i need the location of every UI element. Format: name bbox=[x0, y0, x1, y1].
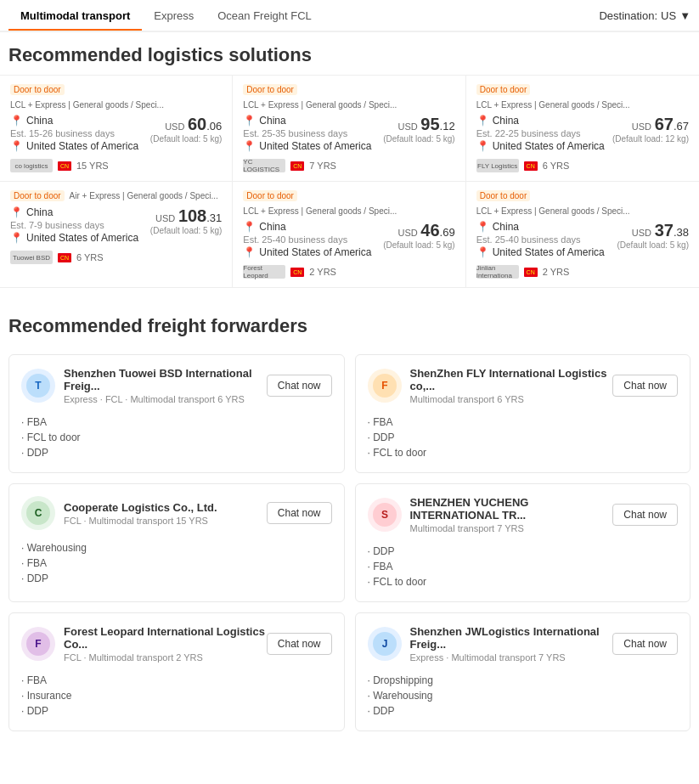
service-item: Warehousing bbox=[21, 540, 332, 556]
location-icon: 📍 bbox=[476, 115, 489, 127]
from-city: China bbox=[259, 221, 285, 233]
forwarder-meta: FCL · Multimodal transport 2 YRS bbox=[64, 652, 267, 663]
chat-now-button[interactable]: Chat now bbox=[612, 504, 678, 526]
forwarder-name: Cooperate Logistics Co., Ltd. bbox=[64, 501, 217, 514]
tab-ocean-freight[interactable]: Ocean Freight FCL bbox=[206, 3, 324, 29]
logistics-row-2: Door to door Air + Express | General goo… bbox=[0, 182, 699, 288]
price-main: 37 bbox=[655, 221, 674, 240]
price-decimal: .12 bbox=[440, 120, 455, 133]
forwarder-name: Shenzhen Tuowei BSD International Freig.… bbox=[64, 367, 267, 392]
chat-now-button[interactable]: Chat now bbox=[267, 502, 332, 524]
price-currency: USD bbox=[632, 228, 651, 238]
forwarder-logo: Forest Leopard bbox=[243, 265, 285, 279]
price-decimal: .38 bbox=[674, 226, 689, 239]
service-item: FBA bbox=[21, 673, 332, 688]
location-icon: 📍 bbox=[10, 206, 23, 218]
svg-text:F: F bbox=[35, 638, 41, 650]
years-badge: 7 YRS bbox=[309, 161, 336, 171]
years-badge: 2 YRS bbox=[309, 267, 336, 277]
forwarder-avatar: F bbox=[21, 627, 55, 661]
location-icon: 📍 bbox=[243, 246, 256, 258]
service-item: Warehousing bbox=[368, 688, 679, 703]
service-item: DDP bbox=[368, 703, 679, 719]
forwarder-avatar: J bbox=[368, 627, 402, 661]
flag-cn: CN bbox=[290, 268, 304, 277]
svg-text:S: S bbox=[381, 509, 387, 521]
default-load: (Default load: 5 kg) bbox=[617, 240, 690, 250]
chat-now-button[interactable]: Chat now bbox=[612, 375, 678, 397]
tab-multimodal[interactable]: Multimodal transport bbox=[8, 3, 142, 31]
forwarder-card-yucheng: S SHENZHEN YUCHENG INTERNATIONAL TR... M… bbox=[355, 483, 691, 602]
service-item: DDP bbox=[21, 703, 332, 719]
forwarder-name: Forest Leopard International Logistics C… bbox=[64, 625, 267, 651]
from-city: China bbox=[493, 221, 519, 233]
price-main: 67 bbox=[655, 115, 674, 133]
chat-now-button[interactable]: Chat now bbox=[612, 633, 678, 655]
default-load: (Default load: 12 kg) bbox=[612, 134, 689, 144]
chevron-down-icon: ▼ bbox=[679, 9, 691, 22]
logistics-card[interactable]: Door to door LCL + Express | General goo… bbox=[466, 76, 699, 182]
forwarder-logo: YC LOGISTICS bbox=[243, 159, 285, 172]
logistics-row-1: Door to door LCL + Express | General goo… bbox=[0, 76, 699, 182]
service-list: FBA Insurance DDP bbox=[21, 673, 332, 719]
logistics-card[interactable]: Door to door Air + Express | General goo… bbox=[0, 182, 233, 288]
forwarder-logo: Tuowei BSD bbox=[10, 251, 53, 264]
destination-value: US bbox=[661, 9, 676, 22]
location-icon: 📍 bbox=[476, 246, 489, 258]
door-to-door-tag: Door to door bbox=[476, 84, 531, 95]
logistics-card[interactable]: Door to door LCL + Express | General goo… bbox=[233, 182, 465, 288]
forwarder-meta: FCL · Multimodal transport 15 YRS bbox=[64, 516, 217, 526]
forwarder-avatar: T bbox=[21, 369, 55, 403]
from-city: China bbox=[259, 115, 285, 127]
forwarder-card-jwlogistics: J Shenzhen JWLogistics International Fre… bbox=[355, 612, 691, 731]
to-country: United States of America bbox=[259, 140, 371, 152]
door-to-door-tag: Door to door bbox=[476, 190, 531, 201]
service-item: FCL to door bbox=[368, 574, 679, 589]
location-icon: 📍 bbox=[243, 140, 256, 152]
svg-text:T: T bbox=[35, 380, 42, 392]
logistics-card[interactable]: Door to door LCL + Express | General goo… bbox=[233, 76, 465, 182]
default-load: (Default load: 5 kg) bbox=[383, 240, 455, 250]
service-list: FBA DDP FCL to door bbox=[368, 415, 679, 460]
forwarder-card-forestleopard: F Forest Leopard International Logistics… bbox=[8, 612, 345, 731]
price-main: 95 bbox=[420, 115, 439, 133]
chat-now-button[interactable]: Chat now bbox=[267, 375, 332, 397]
destination-label: Destination: bbox=[599, 9, 657, 22]
location-icon: 📍 bbox=[243, 115, 256, 127]
service-list: Warehousing FBA DDP bbox=[21, 540, 332, 586]
forwarder-name: ShenZhen FLY International Logistics co,… bbox=[410, 367, 613, 392]
service-item: DDP bbox=[21, 571, 332, 586]
service-item: FBA bbox=[21, 415, 332, 430]
chat-now-button[interactable]: Chat now bbox=[267, 633, 332, 655]
to-country: United States of America bbox=[493, 246, 605, 258]
service-tags: LCL + Express | General goods / Speci... bbox=[476, 100, 630, 110]
service-item: FCL to door bbox=[21, 430, 332, 445]
forwarder-logo: co logistics bbox=[10, 159, 53, 172]
forwarder-logo: FLY Logistics bbox=[476, 159, 519, 172]
service-list: DDP FBA FCL to door bbox=[368, 544, 679, 589]
est-days: Est. 15-26 business days bbox=[10, 128, 138, 138]
location-icon: 📍 bbox=[10, 140, 23, 152]
service-tags: Air + Express | General goods / Speci... bbox=[70, 191, 218, 200]
tab-express[interactable]: Express bbox=[142, 3, 206, 29]
price-decimal: .67 bbox=[674, 120, 689, 133]
destination-selector[interactable]: Destination: US ▼ bbox=[599, 9, 691, 22]
flag-cn: CN bbox=[524, 268, 538, 277]
years-badge: 6 YRS bbox=[543, 161, 570, 171]
to-country: United States of America bbox=[259, 246, 371, 258]
forwarder-card-tuowei: T Shenzhen Tuowei BSD International Frei… bbox=[8, 354, 345, 473]
est-days: Est. 25-40 business days bbox=[476, 234, 605, 245]
to-country: United States of America bbox=[26, 232, 138, 244]
to-country: United States of America bbox=[26, 140, 138, 152]
default-load: (Default load: 5 kg) bbox=[150, 226, 223, 235]
price-main: 108 bbox=[178, 206, 206, 225]
price-decimal: .06 bbox=[206, 120, 222, 133]
forwarder-avatar: S bbox=[368, 498, 402, 532]
forwarder-card-cooperate: C Cooperate Logistics Co., Ltd. FCL · Mu… bbox=[8, 483, 345, 602]
logistics-card[interactable]: Door to door LCL + Express | General goo… bbox=[0, 76, 233, 182]
logistics-section-title: Recommended logistics solutions bbox=[0, 32, 699, 75]
service-tags: LCL + Express | General goods / Speci... bbox=[10, 100, 164, 110]
logistics-card[interactable]: Door to door LCL + Express | General goo… bbox=[466, 182, 699, 288]
forwarder-meta: Express · Multimodal transport 7 YRS bbox=[410, 652, 613, 663]
service-tags: LCL + Express | General goods / Speci... bbox=[476, 206, 630, 216]
